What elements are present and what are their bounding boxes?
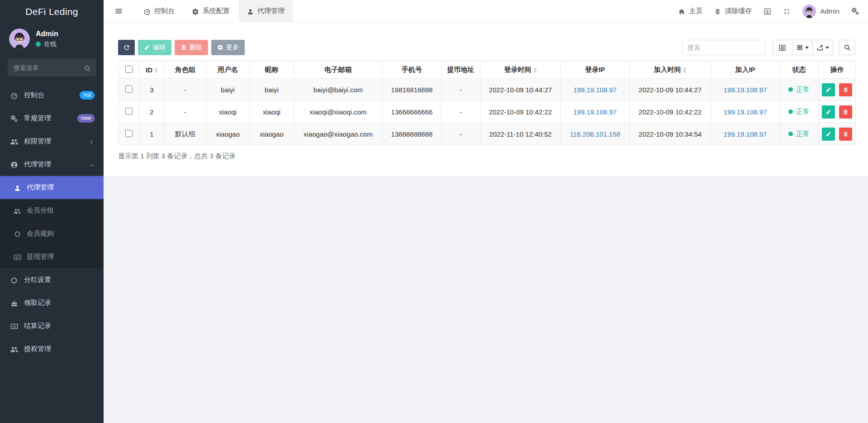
row-edit-button[interactable] bbox=[822, 128, 835, 141]
row-checkbox[interactable] bbox=[125, 86, 133, 93]
sidebar-item-general[interactable]: 常规管理 new bbox=[0, 107, 104, 130]
row-delete-button[interactable] bbox=[839, 83, 852, 96]
hot-badge: hot bbox=[80, 91, 95, 100]
sidebar-item-claim-record[interactable]: 领取记录 bbox=[0, 291, 104, 314]
sidebar-item-label: 权限管理 bbox=[24, 137, 51, 146]
row-checkbox[interactable] bbox=[125, 130, 133, 137]
expand-icon bbox=[783, 7, 791, 15]
sidebar-item-dashboard[interactable]: 控制台 hot bbox=[0, 84, 104, 107]
top-navbar: 控制台 系统配置 代理管理 主页 清除缓存 bbox=[104, 0, 868, 23]
edit-button[interactable]: 编辑 bbox=[138, 40, 171, 55]
settings-button[interactable] bbox=[845, 0, 868, 23]
tab-system-config[interactable]: 系统配置 bbox=[183, 0, 238, 23]
join-ip-link[interactable]: 199.19.108.97 bbox=[724, 108, 767, 116]
cell-username: xiaogao bbox=[206, 123, 250, 145]
search-icon bbox=[84, 64, 91, 72]
translate-icon bbox=[764, 7, 771, 15]
header-id[interactable]: ID bbox=[139, 61, 165, 79]
navbar-username: Admin bbox=[820, 7, 840, 15]
cell-email: baiyi@baiyi.com bbox=[294, 79, 383, 101]
cell-nickname: xiaoqi bbox=[250, 101, 294, 123]
refresh-button[interactable] bbox=[118, 40, 135, 55]
gears-icon bbox=[851, 7, 859, 15]
refresh-icon bbox=[123, 44, 130, 51]
status-badge: 正常 bbox=[788, 108, 810, 116]
user-circle-icon bbox=[10, 160, 18, 169]
cell-withdraw-addr: - bbox=[441, 79, 480, 101]
login-ip-link[interactable]: 116.206.101.158 bbox=[570, 130, 621, 138]
join-ip-link[interactable]: 199.19.108.97 bbox=[724, 86, 767, 94]
login-ip-link[interactable]: 199.19.108.97 bbox=[574, 86, 617, 94]
cell-nickname: xiaogao bbox=[250, 123, 294, 145]
toggle-view-button[interactable] bbox=[772, 40, 792, 55]
agents-table: ID 角色组 用户名 昵称 电子邮箱 手机号 提币地址 登录时间 登录IP 加入… bbox=[118, 61, 856, 145]
tab-label: 代理管理 bbox=[257, 7, 285, 15]
table-toolbar: 编辑 删除 更多 bbox=[118, 40, 855, 55]
user-status: 在线 bbox=[36, 40, 58, 48]
sidebar: DeFi Leding Admin 在线 控制台 hot bbox=[0, 0, 104, 423]
record-summary: 显示第 1 到第 3 条记录，总共 3 条记录 bbox=[118, 152, 855, 161]
submenu-item-member-group[interactable]: 会员分组 bbox=[0, 199, 104, 222]
login-ip-link[interactable]: 199.19.108.97 bbox=[574, 108, 617, 116]
tab-agent-manage[interactable]: 代理管理 bbox=[238, 0, 293, 23]
pencil-icon bbox=[825, 87, 831, 93]
header-login-ip: 登录IP bbox=[561, 61, 630, 79]
tab-dashboard[interactable]: 控制台 bbox=[135, 0, 183, 23]
header-login-time[interactable]: 登录时间 bbox=[480, 61, 561, 79]
sidebar-item-label: 代理管理 bbox=[24, 160, 51, 169]
select-all-checkbox[interactable] bbox=[125, 66, 133, 73]
more-button-label: 更多 bbox=[226, 43, 239, 52]
row-delete-button[interactable] bbox=[839, 128, 852, 141]
delete-button[interactable]: 删除 bbox=[175, 40, 208, 55]
cell-email: xiaoqi@xiaoqi.com bbox=[294, 101, 383, 123]
header-join-time[interactable]: 加入时间 bbox=[630, 61, 711, 79]
status-badge: 正常 bbox=[788, 130, 810, 138]
submenu-item-member-rule[interactable]: 会员规则 bbox=[0, 222, 104, 245]
users-icon bbox=[10, 345, 18, 353]
cell-join-time: 2022-10-09 10:44:27 bbox=[630, 79, 711, 101]
fullscreen-button[interactable] bbox=[777, 0, 797, 23]
user-avatar[interactable] bbox=[9, 29, 30, 49]
export-dropdown-button[interactable] bbox=[813, 40, 833, 55]
header-join-ip: 加入IP bbox=[711, 61, 780, 79]
nav-tabs: 控制台 系统配置 代理管理 bbox=[135, 0, 293, 23]
row-edit-button[interactable] bbox=[822, 83, 835, 96]
columns-dropdown-button[interactable] bbox=[792, 40, 813, 55]
more-button[interactable]: 更多 bbox=[211, 40, 245, 55]
status-dot-icon bbox=[788, 132, 793, 136]
advanced-search-button[interactable] bbox=[839, 40, 855, 55]
row-edit-button[interactable] bbox=[822, 105, 835, 119]
delete-button-label: 删除 bbox=[190, 43, 202, 52]
sidebar-item-auth[interactable]: 权限管理 bbox=[0, 130, 104, 153]
translate-button[interactable] bbox=[758, 0, 777, 23]
header-nickname: 昵称 bbox=[250, 61, 294, 79]
sidebar-item-label: 领取记录 bbox=[24, 299, 51, 307]
cell-mobile: 13666666666 bbox=[383, 101, 441, 123]
join-ip-link[interactable]: 199.19.108.97 bbox=[724, 130, 767, 138]
navbar-user-menu[interactable]: Admin bbox=[797, 5, 845, 18]
sidebar-item-settle-record[interactable]: 结算记录 bbox=[0, 314, 104, 337]
row-delete-button[interactable] bbox=[839, 105, 852, 119]
cell-id: 1 bbox=[139, 123, 165, 145]
toolbar-right bbox=[682, 40, 855, 55]
header-checkbox-cell bbox=[119, 61, 139, 79]
sidebar-item-dividend[interactable]: 分红设置 bbox=[0, 268, 104, 291]
sidebar-item-label: 结算记录 bbox=[24, 322, 51, 330]
gears-icon bbox=[10, 114, 18, 123]
sidebar-toggle-button[interactable] bbox=[104, 7, 131, 15]
sidebar-item-authorize[interactable]: 授权管理 bbox=[0, 337, 104, 361]
submenu-item-withdraw[interactable]: 提现管理 bbox=[0, 245, 104, 268]
grid-icon bbox=[796, 44, 803, 51]
sidebar-item-agent[interactable]: 代理管理 bbox=[0, 153, 104, 176]
header-username: 用户名 bbox=[206, 61, 250, 79]
gear-icon bbox=[192, 7, 199, 15]
menu-search-input[interactable] bbox=[8, 59, 96, 76]
main-area: 控制台 系统配置 代理管理 主页 清除缓存 bbox=[104, 0, 868, 423]
row-checkbox[interactable] bbox=[125, 108, 133, 115]
clear-cache-button[interactable]: 清除缓存 bbox=[708, 0, 758, 23]
table-search-input[interactable] bbox=[682, 40, 765, 55]
table-row: 2 - xiaoqi xiaoqi xiaoqi@xiaoqi.com 1366… bbox=[119, 101, 856, 123]
submenu-item-agent-manage[interactable]: 代理管理 bbox=[0, 176, 104, 199]
user-status-label: 在线 bbox=[44, 40, 57, 48]
home-link[interactable]: 主页 bbox=[672, 0, 708, 23]
